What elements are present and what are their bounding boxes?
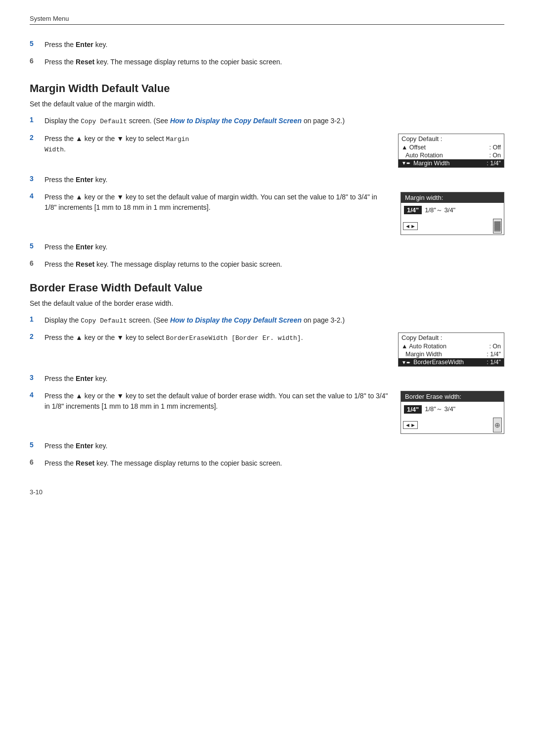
autorot-value-b: : On [489,343,501,350]
margin-width-display: Margin width: 1/4" 1/8"～ 3/4" ◄► ▓ [400,192,504,235]
cdb-title-text-margin: Copy Default : [401,135,442,142]
mw-nav: ◄► ▓ [401,218,504,235]
autorot-value: : On [489,152,501,159]
margin-step-num-3: 3 [30,175,44,183]
header: System Menu [30,15,504,25]
margin-step-num-6: 6 [30,259,44,267]
margin-width-code: MarginWidth [44,136,189,154]
sel-arrow-border: ▼➨ [401,360,410,365]
copy-default-code-b1: Copy Default [81,317,127,325]
margin-step-2-left: 2 Press the ▲ key or the ▼ key to select… [30,134,388,155]
mw-scrollbar[interactable]: ▓ [493,219,502,234]
marginwidth-label-b: Margin Width [405,351,487,358]
border-step-5: 5 Press the Enter key. [30,441,504,451]
copy-default-box-border: Copy Default : ▲ Auto Rotation : On Marg… [398,332,504,367]
bordererase-label: BorderEraseWidth [410,359,487,366]
margin-step-num-1: 1 [30,116,44,124]
border-step-content-4: Press the ▲ key or the ▼ key to set the … [44,391,391,412]
cdb-title-text-border: Copy Default : [401,334,442,341]
border-step-content-3: Press the Enter key. [44,374,504,384]
margin-section-desc: Set the default value of the margin widt… [30,100,504,108]
border-step-num-3: 3 [30,374,44,381]
margin-step-4: 4 Press the ▲ key or the ▼ key to set th… [30,192,391,213]
cdb-title-margin: Copy Default : [399,134,504,143]
autorot-label: Auto Rotation [405,152,489,159]
margin-step-5: 5 Press the Enter key. [30,242,504,252]
mw-nav-arrows[interactable]: ◄► [403,222,418,230]
be-body: 1/4" 1/8"～ 3/4" [401,402,504,417]
bordererase-value: : 1/4" [487,359,501,366]
margin-step-6: 6 Press the Reset key. The message displ… [30,259,504,270]
page-number: 3-10 [30,488,43,496]
cdb-title-border: Copy Default : [399,333,504,342]
cdb-row-autorot: Auto Rotation : On [399,151,504,159]
enter-bold-b5: Enter [76,442,93,450]
be-value-row: 1/4" 1/8"～ 3/4" [404,405,501,414]
margin-step-content-3: Press the Enter key. [44,175,504,185]
mw-body: 1/4" 1/8"～ 3/4" [401,203,504,218]
border-erase-display: Border Erase width: 1/4" 1/8"～ 3/4" ◄► ⊕ [400,391,504,434]
border-step-num-4: 4 [30,391,44,399]
offset-arrow: ▲ Offset [401,144,490,151]
border-erase-code: BorderEraseWidth [Border Er. width] [166,334,301,342]
margin-step-content-5: Press the Enter key. [44,242,504,252]
margin-step-content-1: Display the Copy Default screen. (See Ho… [44,116,504,127]
margin-step-2: 2 Press the ▲ key or the ▼ key to select… [30,134,388,155]
border-step-4-row: 4 Press the ▲ key or the ▼ key to set th… [30,391,504,434]
border-step-num-1: 1 [30,315,44,323]
copy-default-link-1[interactable]: How to Display the Copy Default Screen [170,117,302,125]
margin-step-num-4: 4 [30,192,44,200]
enter-bold-m3: Enter [76,176,93,184]
margin-step-content-2: Press the ▲ key or the ▼ key to select M… [44,134,388,155]
copy-default-link-b1[interactable]: How to Display the Copy Default Screen [170,316,302,324]
marginwidth-value-b: : 1/4" [487,351,501,358]
sel-arrow-margin: ▼➨ [401,160,410,166]
border-step-num-2: 2 [30,332,44,340]
footer-page: 3-10 [30,488,504,496]
border-step-content-6: Press the Reset key. The message display… [44,458,504,469]
margin-step-num-5: 5 [30,242,44,250]
border-step-content-5: Press the Enter key. [44,441,504,451]
step-num-5-pre: 5 [30,40,44,47]
be-nav-arrows[interactable]: ◄► [403,421,418,429]
step-num-6-pre: 6 [30,57,44,65]
border-step-6: 6 Press the Reset key. The message displ… [30,458,504,469]
step-content-5-pre: Press the Enter key. [44,40,504,50]
mw-value-row: 1/4" 1/8"～ 3/4" [404,206,501,215]
border-step-content-1: Display the Copy Default screen. (See Ho… [44,315,504,326]
cdb-row-marginwidth-selected: ▼➨ Margin Width : 1/4" [399,159,504,167]
border-step-content-2: Press the ▲ key or the ▼ key to select B… [44,332,388,343]
border-step-2-left: 2 Press the ▲ key or the ▼ key to select… [30,332,388,343]
cdb-row-autorot-b: ▲ Auto Rotation : On [399,342,504,350]
autorot-arrow-b: ▲ Auto Rotation [401,343,489,350]
margin-section-title: Margin Width Default Value [30,82,504,95]
border-step-2-row: 2 Press the ▲ key or the ▼ key to select… [30,332,504,367]
border-step-num-6: 6 [30,458,44,466]
enter-bold: Enter [76,41,93,48]
border-step-3: 3 Press the Enter key. [30,374,504,384]
offset-value: : Off [490,144,501,151]
marginwidth-value: : 1/4" [487,160,501,167]
margin-step-2-row: 2 Press the ▲ key or the ▼ key to select… [30,134,504,168]
border-step-num-5: 5 [30,441,44,449]
reset-bold-b6: Reset [76,459,94,467]
enter-bold-b3: Enter [76,375,93,382]
margin-step-content-6: Press the Reset key. The message display… [44,259,504,270]
step-5-pre: 5 Press the Enter key. [30,40,504,50]
cdb-row-bordererase-selected: ▼➨ BorderEraseWidth : 1/4" [399,358,504,366]
border-section-title: Border Erase Width Default Value [30,282,504,294]
border-step-1: 1 Display the Copy Default screen. (See … [30,315,504,326]
margin-step-content-4: Press the ▲ key or the ▼ key to set the … [44,192,391,213]
be-scrollbar[interactable]: ⊕ [493,418,502,432]
border-section-desc: Set the default value of the border eras… [30,299,504,307]
copy-default-code-1: Copy Default [81,118,127,125]
step-6-pre: 6 Press the Reset key. The message displ… [30,57,504,67]
border-step-4-left: 4 Press the ▲ key or the ▼ key to set th… [30,391,391,412]
be-title: Border Erase width: [401,391,504,402]
be-current-value: 1/4" [404,405,422,414]
border-step-2: 2 Press the ▲ key or the ▼ key to select… [30,332,388,343]
margin-step-4-row: 4 Press the ▲ key or the ▼ key to set th… [30,192,504,235]
margin-step-3: 3 Press the Enter key. [30,175,504,185]
cdb-row-offset: ▲ Offset : Off [399,143,504,151]
mw-current-value: 1/4" [404,206,422,214]
